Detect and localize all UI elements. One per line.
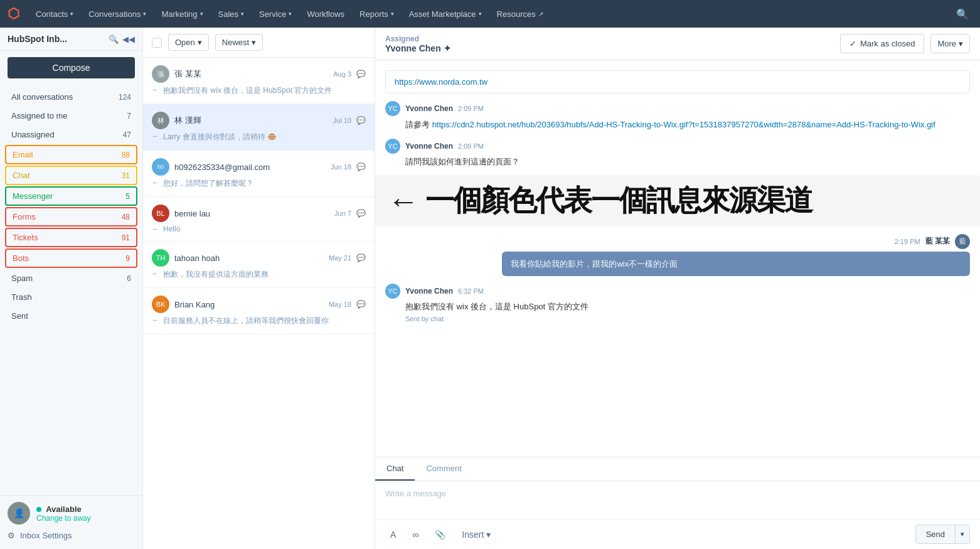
newest-filter-button[interactable]: Newest ▾ xyxy=(215,34,263,51)
nav-asset-marketplace[interactable]: Asset Marketplace ▾ xyxy=(403,6,488,23)
external-link-icon: ↗ xyxy=(538,11,543,18)
reply-toolbar: A ∞ 📎 Insert ▾ Send ▾ xyxy=(375,519,980,549)
mark-as-closed-button[interactable]: ✓ Mark as closed xyxy=(840,34,924,53)
hubspot-logo: ⬡ xyxy=(8,6,19,22)
conversation-item[interactable]: 林 林 漢輝 Jul 10 💬 ← Larry 會直接與你對談，請稍待 🐵 xyxy=(143,104,375,151)
search-icon[interactable]: 🔍 xyxy=(109,35,119,44)
nav-service[interactable]: Service ▾ xyxy=(253,6,298,23)
sidebar-header-icons: 🔍 ◀◀ xyxy=(109,35,135,44)
emoji-button[interactable]: ∞ xyxy=(407,526,423,543)
nav-marketing[interactable]: Marketing ▾ xyxy=(155,6,209,23)
message-author: Yvonne Chen xyxy=(405,142,453,151)
sidebar-item-chat[interactable]: Chat 31 xyxy=(5,166,137,185)
collapse-icon[interactable]: ◀◀ xyxy=(122,35,135,44)
change-to-away-link[interactable]: Change to away xyxy=(36,514,91,523)
message-item: YC Yvonne Chen 2:09 PM 請參考 https://cdn2.… xyxy=(385,101,970,131)
inbox-name: HubSpot Inb... xyxy=(8,34,104,44)
contact-name: 林 漢輝 xyxy=(174,115,328,126)
chevron-down-icon: ▾ xyxy=(289,11,292,17)
message-body: 請問我該如何進到這邊的頁面？ xyxy=(385,156,970,168)
chevron-down-icon: ▾ xyxy=(200,11,203,17)
sidebar-item-sent[interactable]: Sent xyxy=(4,307,139,325)
message-input[interactable]: Write a message xyxy=(375,481,980,519)
conversation-item[interactable]: h0 h0926235334@gmail.com Jun 18 💬 ← 您好，請… xyxy=(143,151,375,197)
select-all-checkbox[interactable] xyxy=(152,38,162,48)
sidebar-item-email[interactable]: Email 88 xyxy=(5,145,137,164)
message-time: 6:32 PM xyxy=(458,287,484,295)
send-button[interactable]: Send xyxy=(916,525,955,543)
message-icon: 💬 xyxy=(356,116,366,125)
conversation-item[interactable]: 張 張 某某 Aug 3 💬 ← 抱歉我們沒有 wix 後台，這是 HubSpo… xyxy=(143,58,375,104)
attach-button[interactable]: 📎 xyxy=(430,526,450,543)
chevron-down-icon: ▾ xyxy=(479,11,482,17)
conversation-item[interactable]: TH tahoan hoah May 21 💬 ← 抱歉，我沒有提供這方面的業務 xyxy=(143,242,375,288)
message-time: 2:09 PM xyxy=(458,142,484,150)
message-icon: 💬 xyxy=(356,300,366,309)
tab-comment[interactable]: Comment xyxy=(415,457,472,481)
conversation-preview: ← 您好，請問想了解甚麼呢？ xyxy=(152,178,366,189)
sidebar-item-all-conversations[interactable]: All conversations 124 xyxy=(4,88,139,106)
message-link[interactable]: https://www.norda.com.tw xyxy=(395,77,487,87)
message-item: YC Yvonne Chen 2:09 PM 請問我該如何進到這邊的頁面？ xyxy=(385,139,970,168)
nav-contacts[interactable]: Contacts ▾ xyxy=(29,6,80,23)
sidebar-item-tickets[interactable]: Tickets 91 xyxy=(5,228,137,247)
open-filter-button[interactable]: Open ▾ xyxy=(168,34,209,51)
conversation-date: Jun 7 xyxy=(334,210,351,217)
conversation-date: May 18 xyxy=(329,301,351,308)
conversation-item[interactable]: BK Brian Kang May 18 💬 ← 目前服務人員不在線上，請稍等我… xyxy=(143,288,375,334)
sidebar-item-messenger[interactable]: Messenger 5 xyxy=(5,186,137,206)
top-navigation: ⬡ Contacts ▾ Conversations ▾ Marketing ▾… xyxy=(0,0,980,28)
message-author: Yvonne Chen xyxy=(405,287,453,296)
tab-chat[interactable]: Chat xyxy=(375,457,415,481)
chat-panel: Assigned Yvonne Chen ✦ ✓ Mark as closed … xyxy=(375,28,980,549)
message-author: Yvonne Chen xyxy=(405,104,453,113)
avatar: 張 xyxy=(152,65,169,83)
sidebar-nav-section: All conversations 124 Assigned to me 7 U… xyxy=(0,85,142,328)
message-item: 2:19 PM 藍 某某 藍 我看你貼給我的影片，跟我的wix不一樣的介面 xyxy=(385,234,970,277)
reply-arrow-icon: ← xyxy=(152,316,159,324)
sidebar-item-unassigned[interactable]: Unassigned 47 xyxy=(4,125,139,144)
sidebar-item-trash[interactable]: Trash xyxy=(4,288,139,306)
nav-conversations[interactable]: Conversations ▾ xyxy=(82,6,152,23)
text-format-button[interactable]: A xyxy=(385,526,401,543)
conversation-list: 張 張 某某 Aug 3 💬 ← 抱歉我們沒有 wix 後台，這是 HubSpo… xyxy=(143,58,375,549)
chevron-down-icon: ▾ xyxy=(70,11,73,17)
inbox-settings-link[interactable]: ⚙ Inbox Settings xyxy=(8,528,135,543)
message-body: 請參考 https://cdn2.hubspot.net/hub/203693/… xyxy=(385,119,970,131)
nav-workflows[interactable]: Workflows xyxy=(301,6,351,23)
avatar: 👤 xyxy=(8,502,30,525)
avatar: YC xyxy=(385,101,400,116)
conversation-date: Aug 3 xyxy=(333,70,351,78)
conversation-item[interactable]: BL bernie lau Jun 7 💬 ← Hello xyxy=(143,197,375,242)
nav-sales[interactable]: Sales ▾ xyxy=(212,6,251,23)
nav-reports[interactable]: Reports ▾ xyxy=(353,6,400,23)
message-icon: 💬 xyxy=(356,209,366,218)
sidebar-item-spam[interactable]: Spam 6 xyxy=(4,269,139,287)
conversation-date: Jun 18 xyxy=(331,163,351,171)
conversation-preview: ← 抱歉我們沒有 wix 後台，這是 HubSpot 官方的文件 xyxy=(152,85,366,96)
sidebar-item-forms[interactable]: Forms 48 xyxy=(5,207,137,227)
avatar: h0 xyxy=(152,158,169,176)
insert-button[interactable]: Insert ▾ xyxy=(457,526,496,543)
message-item: YC Yvonne Chen 6:32 PM 抱歉我們沒有 wix 後台，這是 … xyxy=(385,284,970,322)
conversation-toolbar: Open ▾ Newest ▾ xyxy=(143,28,375,58)
message-link[interactable]: https://cdn2.hubspot.net/hub/203693/hubf… xyxy=(432,120,935,129)
nav-resources[interactable]: Resources ↗ xyxy=(491,6,550,23)
compose-button[interactable]: Compose xyxy=(8,57,135,78)
message-body: 抱歉我們沒有 wix 後台，這是 HubSpot 官方的文件 xyxy=(385,301,970,312)
contact-name: 張 某某 xyxy=(174,68,328,80)
chevron-down-icon: ▾ xyxy=(198,38,202,47)
avatar: TH xyxy=(152,249,169,267)
conversation-preview: ← Hello xyxy=(152,225,366,233)
search-icon[interactable]: 🔍 xyxy=(952,4,972,24)
send-dropdown-button[interactable]: ▾ xyxy=(955,525,969,543)
more-options-button[interactable]: More ▾ xyxy=(930,34,970,53)
sidebar-footer: 👤 Available Change to away ⚙ Inbox Setti… xyxy=(0,495,142,549)
sidebar-item-bots[interactable]: Bots 9 xyxy=(5,248,137,268)
reply-arrow-icon: ← xyxy=(152,225,159,233)
conversation-date: Jul 10 xyxy=(333,117,351,124)
contact-name: tahoan hoah xyxy=(174,253,324,263)
sidebar-item-assigned-to-me[interactable]: Assigned to me 7 xyxy=(4,107,139,125)
user-status: Available xyxy=(36,504,91,514)
message-icon: 💬 xyxy=(356,163,366,171)
